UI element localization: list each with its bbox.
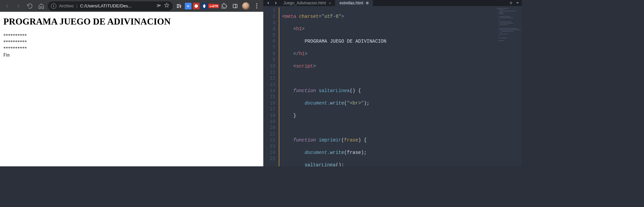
profile-avatar[interactable] (241, 1, 251, 11)
new-tab-button[interactable]: + (509, 0, 513, 6)
page-line: Fin (3, 52, 260, 58)
chrome-menu-button[interactable] (252, 1, 261, 11)
browser-window: i Archivo | C:/Users/LATITUDE/Des... G 1… (0, 0, 263, 166)
side-panel-icon[interactable] (230, 1, 240, 11)
tab-dirty-indicator (366, 2, 369, 4)
ublock-icon[interactable] (193, 3, 200, 9)
editor-tab-juego[interactable]: Juego_Adivinacion.html × (279, 0, 335, 6)
code-text[interactable]: <meta charset="utf-8"> <h1> PROGRAMA JUE… (279, 6, 522, 166)
browser-toolbar: i Archivo | C:/Users/LATITUDE/Des... G 1… (0, 0, 263, 12)
tab-history-back[interactable] (265, 0, 272, 6)
editor-tab-estrellas[interactable]: estrellas.html (335, 0, 373, 6)
back-button[interactable] (2, 1, 12, 11)
metamask-icon[interactable] (201, 3, 208, 9)
page-line: ********** (3, 39, 260, 46)
site-info-icon[interactable]: i (51, 3, 56, 9)
share-icon[interactable] (156, 3, 161, 9)
editor-window: Juego_Adivinacion.html × estrellas.html … (263, 0, 522, 166)
bookmark-star-icon[interactable] (164, 3, 169, 9)
home-button[interactable] (36, 1, 46, 11)
address-url: C:/Users/LATITUDE/Des... (80, 3, 153, 8)
address-bar[interactable]: i Archivo | C:/Users/LATITUDE/Des... (48, 1, 173, 11)
svg-rect-0 (233, 4, 237, 8)
google-translate-icon[interactable]: G (185, 3, 192, 9)
tab-label: Juego_Adivinacion.html (283, 1, 326, 5)
code-area[interactable]: 12345 678910 1112131415 1617181920 21222… (263, 6, 522, 166)
address-scheme-label: Archivo (59, 3, 73, 8)
page-content: PROGRAMA JUEGO DE ADIVINACION **********… (0, 12, 263, 166)
page-heading: PROGRAMA JUEGO DE ADIVINACION (3, 16, 260, 27)
minimap[interactable] (495, 6, 522, 166)
line-gutter: 12345 678910 1112131415 1617181920 21222… (263, 6, 279, 166)
extensions-puzzle-icon[interactable] (220, 1, 229, 11)
tab-history-forward[interactable] (272, 0, 279, 6)
editor-tab-bar: Juego_Adivinacion.html × estrellas.html … (263, 0, 522, 6)
tab-dropdown-icon[interactable] (516, 0, 519, 6)
page-line: ********** (3, 33, 260, 39)
forward-button[interactable] (13, 1, 23, 11)
tab-close-icon[interactable]: × (329, 1, 331, 6)
reading-list-icon[interactable] (174, 1, 183, 11)
reload-button[interactable] (25, 1, 35, 11)
separator: | (76, 3, 77, 8)
tab-label: estrellas.html (339, 1, 363, 5)
mail-extension-icon[interactable]: 14278 (209, 1, 218, 11)
page-line: ********** (3, 46, 260, 52)
